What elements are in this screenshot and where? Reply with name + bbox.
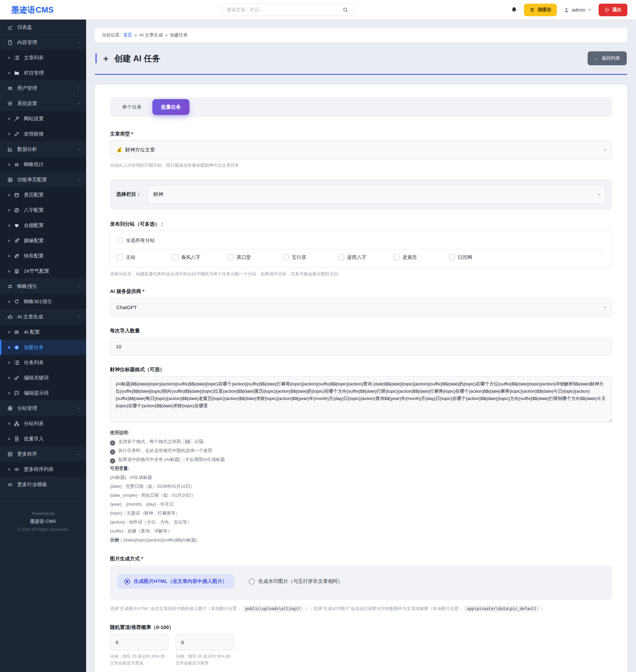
search-input[interactable] (226, 7, 342, 13)
user-icon (563, 7, 570, 13)
code-pill: $$ (182, 439, 193, 445)
pin-probability-input[interactable] (110, 634, 168, 650)
trash-icon (530, 7, 535, 12)
title-format-textarea[interactable]: {AI标题}$${date}{topic}{action}{suffix}$${… (110, 376, 612, 422)
sidebar-item-yinyuan-config[interactable]: 姻缘配置 (0, 233, 86, 248)
subsite-checkbox[interactable]: 春风八字 (172, 254, 227, 260)
sidebar-item-more-program-list[interactable]: 更多程序列表 (0, 461, 86, 477)
sidebar-item-system-settings[interactable]: 系统设置 (0, 96, 86, 111)
sidebar-item-ai-article[interactable]: AI 文章生成 (0, 309, 86, 324)
sidebar-item-solar-terms-config[interactable]: 24节气配置 (0, 263, 86, 279)
code-icon (14, 467, 20, 472)
logout-button[interactable]: 退出 (599, 4, 628, 16)
radio-generate-watermark[interactable]: 生成水印图片（与五行穿衣文章相同） (249, 578, 343, 585)
radio-icon[interactable] (124, 578, 130, 585)
checkbox-icon[interactable] (117, 237, 123, 243)
top-header: 墨迹语CMS 清缓存 admin (0, 0, 636, 20)
sidebar-footer: Powered by 墨迹语-CMS © 2026 All Rights Res… (0, 501, 86, 532)
checkbox-icon[interactable] (394, 254, 399, 260)
plus-circle-icon (14, 344, 20, 350)
subsites-box: 全选所有分站 主站 春风八字 莫口堂 五行居 (110, 231, 612, 268)
sidebar-item-user-management[interactable]: 用户管理 (0, 80, 86, 96)
tab-single-task[interactable]: 单个任务 (113, 99, 151, 115)
leaf-icon (14, 253, 20, 259)
user-menu[interactable]: admin (563, 7, 592, 13)
footer-copyright: © 2026 All Rights Reserved. (0, 527, 86, 532)
sidebar-item-site-settings[interactable]: 网站设置 (0, 111, 86, 126)
sidebar-item-friend-links[interactable]: 友情链接 (0, 126, 86, 141)
sidebar-item-spider-guide[interactable]: 蜘蛛强引 (0, 279, 86, 294)
sidebar-item-batch-import[interactable]: 批量导入 (0, 431, 86, 446)
provider-select[interactable]: ChatGPT (110, 298, 612, 316)
sidebar-item-spider-stats[interactable]: 蜘蛛统计 (0, 157, 86, 172)
sidebar-item-subsite-management[interactable]: 分站管理 (0, 401, 86, 416)
search-icon[interactable] (342, 7, 348, 13)
subsite-checkbox[interactable]: 莫口堂 (227, 254, 283, 260)
recommend-probability-input[interactable] (176, 634, 234, 650)
sidebar-item-dashboard[interactable]: 仪表盘 (0, 20, 86, 35)
sidebar-item-subsite-list[interactable]: 分站列表 (0, 416, 86, 431)
sidebar-item-function-pages[interactable]: 功能单页配置 (0, 172, 86, 187)
title-divider (95, 74, 628, 75)
checkbox-icon[interactable] (449, 254, 455, 260)
select-all-subsites-checkbox[interactable]: 全选所有分站 (117, 237, 605, 243)
subsites-divider (117, 249, 605, 249)
subsite-checkbox[interactable]: 五行居 (283, 254, 338, 260)
sidebar-item-marriage-config[interactable]: 合婚配置 (0, 218, 86, 233)
var-line: {suffix} - 后缀（查询、详解等） (110, 527, 612, 535)
sidebar-item-spider-301[interactable]: 蜘蛛301强引 (0, 294, 86, 309)
subsite-checkbox-main[interactable]: 主站 (117, 254, 172, 260)
sidebar-item-edit-prompts[interactable]: 编辑提示词 (0, 386, 86, 401)
usage-bullet-1: ✓支持多个格式，每个格式之间用$$分隔 (110, 437, 612, 446)
sidebar-item-more-programs[interactable]: 更多程序 (0, 446, 86, 461)
subsite-checkbox[interactable]: 日历网 (449, 254, 504, 260)
sidebar-item-category-management[interactable]: 栏目管理 (0, 65, 86, 80)
sidebar-item-content-management[interactable]: 内容管理 (0, 35, 86, 50)
tab-batch-task[interactable]: 批量任务 (152, 99, 190, 115)
bar-chart-icon (7, 146, 13, 152)
clear-cache-button[interactable]: 清缓存 (524, 4, 557, 16)
radio-icon[interactable] (249, 578, 255, 585)
global-search[interactable] (221, 3, 354, 16)
radio-generate-html[interactable]: 生成图片HTML（在文章内容中插入图片） (117, 574, 234, 589)
key-icon (14, 375, 20, 381)
checkbox-icon[interactable] (172, 254, 178, 260)
article-type-select[interactable]: 💰 财神方位文章 (110, 140, 612, 159)
checkbox-icon[interactable] (338, 254, 344, 260)
usage-bullet-2: ✓执行任务时，会从这些格式中随机选择一个使用 (110, 446, 612, 455)
sidebar: 仪表盘 内容管理 文章列表 栏目管理 用户管理 系统设置 网站设置 友情链接 数… (0, 20, 86, 672)
sidebar-item-edit-keywords[interactable]: 编辑关键词 (0, 370, 86, 386)
task-mode-tabs: 单个任务 批量任务 (110, 97, 612, 117)
sidebar-item-nayin-config[interactable]: 纳音配置 (0, 248, 86, 263)
money-bag-icon: 💰 (116, 147, 123, 153)
column-select[interactable]: 财神 (147, 185, 606, 204)
sidebar-item-task-list[interactable]: 任务列表 (0, 355, 86, 370)
breadcrumb-home-link[interactable]: 首页 (123, 32, 132, 38)
create-task-card: 单个任务 批量任务 文章类型 * 💰 财神方位文章 自动从上次处理的日期开始，按… (95, 84, 628, 672)
back-to-list-button[interactable]: ← 返回列表 (588, 51, 627, 65)
sidebar-item-article-list[interactable]: 文章列表 (0, 50, 86, 65)
chevron-down-icon (77, 147, 80, 151)
probability-inputs (110, 634, 612, 650)
sidebar-item-data-analysis[interactable]: 数据分析 (0, 141, 86, 157)
import-count-input[interactable] (110, 337, 612, 355)
chevron-down-icon (77, 178, 80, 182)
logout-icon (604, 7, 610, 12)
checkbox-icon[interactable] (283, 254, 289, 260)
checkbox-icon[interactable] (117, 254, 123, 260)
app-logo: 墨迹语CMS (11, 5, 54, 15)
usage-title: 使用说明: (110, 428, 612, 437)
sidebar-item-create-task[interactable]: 创建任务 (0, 340, 86, 355)
bell-icon[interactable] (511, 7, 517, 13)
chat-bubble-icon (14, 390, 20, 396)
sidebar-item-ai-config[interactable]: AI 配置 (0, 324, 86, 340)
breadcrumb-current: 创建任务 (170, 32, 188, 38)
sidebar-item-more-industry-templates[interactable]: 更多行业模板 (0, 477, 86, 492)
yin-yang-icon (14, 207, 20, 213)
subsite-checkbox[interactable]: 迹雨八字 (338, 254, 394, 260)
sidebar-item-almanac-config[interactable]: 黄历配置 (0, 187, 86, 202)
sidebar-item-bazi-config[interactable]: 八字配置 (0, 202, 86, 218)
chevron-down-icon (77, 452, 80, 456)
subsite-checkbox[interactable]: 老黄历 (394, 254, 449, 260)
checkbox-icon[interactable] (227, 254, 234, 260)
